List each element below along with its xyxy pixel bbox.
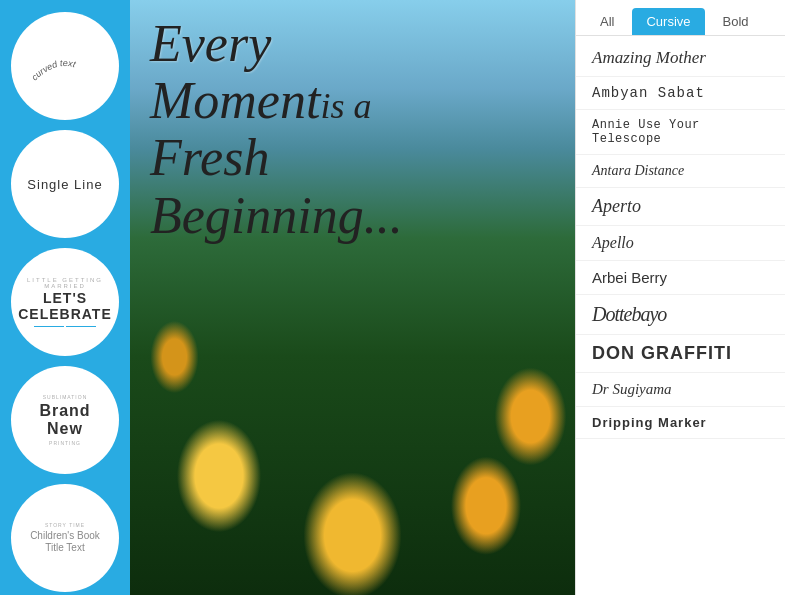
font-list-item-dripping-marker[interactable]: Dripping Marker <box>576 407 785 439</box>
font-list-item-arbei-berry[interactable]: Arbei Berry <box>576 261 785 295</box>
lets-celebrate-dashes <box>34 326 96 327</box>
font-name-ambyan-sabat: Ambyan Sabat <box>592 85 705 101</box>
font-list: Amazing MotherAmbyan SabatAnnie Use Your… <box>576 36 785 595</box>
font-list-item-ambyan-sabat[interactable]: Ambyan Sabat <box>576 77 785 110</box>
brand-new-bottom: PRINTING <box>49 440 81 446</box>
sidebar: curved text Single Line LITTLE GETTING M… <box>0 0 130 595</box>
font-list-item-amazing-mother[interactable]: Amazing Mother <box>576 40 785 77</box>
lets-celebrate-main: LET'SCELEBRATE <box>18 291 112 322</box>
single-line-label: Single Line <box>27 177 102 192</box>
quote-line2: Momentis a <box>150 72 403 129</box>
quote-text: Every Momentis a Fresh Beginning... <box>150 15 403 244</box>
font-name-arbei-berry: Arbei Berry <box>592 269 667 286</box>
sidebar-item-lets-celebrate[interactable]: LITTLE GETTING MARRIED LET'SCELEBRATE <box>11 248 119 356</box>
font-name-antara: Antara Distance <box>592 163 684 179</box>
font-list-item-dr-sugiyama[interactable]: Dr Sugiyama <box>576 373 785 407</box>
font-list-item-antara[interactable]: Antara Distance <box>576 155 785 188</box>
font-list-item-annie[interactable]: Annie Use Your Telescope <box>576 110 785 155</box>
font-list-item-don-graffiti[interactable]: DON GRAFFITI <box>576 335 785 373</box>
childrens-main: Children's BookTitle Text <box>30 530 100 554</box>
font-name-aperto: Aperto <box>592 196 641 217</box>
lets-celebrate-top: LITTLE GETTING MARRIED <box>21 277 109 289</box>
font-list-item-aperto[interactable]: Aperto <box>576 188 785 226</box>
sidebar-item-single-line[interactable]: Single Line <box>11 130 119 238</box>
sidebar-item-brand-new[interactable]: SUBLIMATION Brand New PRINTING <box>11 366 119 474</box>
brand-new-main: Brand New <box>21 402 109 437</box>
brand-new-top: SUBLIMATION <box>43 394 88 400</box>
quote-line4: Beginning... <box>150 187 403 244</box>
tab-cursive[interactable]: Cursive <box>632 8 704 35</box>
tab-all[interactable]: All <box>586 8 628 35</box>
font-panel-tabs: All Cursive Bold <box>576 0 785 36</box>
font-name-dripping-marker: Dripping Marker <box>592 415 707 430</box>
tab-bold[interactable]: Bold <box>709 8 763 35</box>
quote-line2-main: Moment <box>150 72 320 129</box>
font-name-dottebayo: Dottebayo <box>592 303 666 326</box>
quote-line2-italic: is a <box>320 86 371 126</box>
font-panel: All Cursive Bold Amazing MotherAmbyan Sa… <box>575 0 785 595</box>
sidebar-item-childrens-book[interactable]: STORY TIME Children's BookTitle Text <box>11 484 119 592</box>
main-canvas: Every Momentis a Fresh Beginning... <box>130 0 575 595</box>
childrens-top: STORY TIME <box>45 522 85 528</box>
font-list-item-apello[interactable]: Apello <box>576 226 785 261</box>
font-name-apello: Apello <box>592 234 634 252</box>
font-name-don-graffiti: DON GRAFFITI <box>592 343 732 364</box>
font-name-annie: Annie Use Your Telescope <box>592 118 769 146</box>
font-list-item-dottebayo[interactable]: Dottebayo <box>576 295 785 335</box>
sidebar-item-curved-text[interactable]: curved text <box>11 12 119 120</box>
quote-line3: Fresh <box>150 129 403 186</box>
font-name-amazing-mother: Amazing Mother <box>592 48 706 68</box>
canvas-background: Every Momentis a Fresh Beginning... <box>130 0 575 595</box>
font-name-dr-sugiyama: Dr Sugiyama <box>592 381 672 398</box>
quote-line1: Every <box>150 15 403 72</box>
curved-text-icon: curved text <box>25 46 105 86</box>
